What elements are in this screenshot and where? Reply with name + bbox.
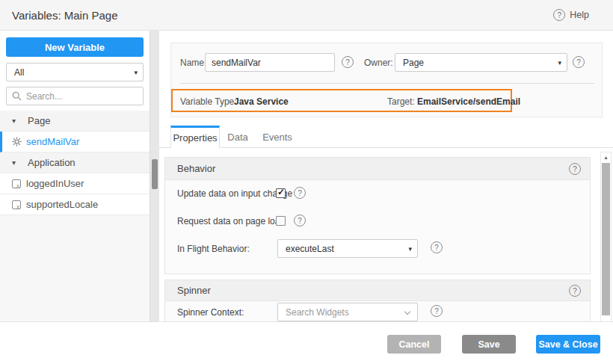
owner-help-icon[interactable] [573,56,585,68]
sidebar-empty-area [0,215,150,321]
chevron-down-icon [404,309,410,315]
variable-icon [10,200,22,209]
update-data-help-icon[interactable] [294,187,306,199]
spinner-help-icon[interactable] [569,285,581,297]
tree-item-loggedinuser[interactable]: loggedInUser [0,173,150,194]
in-flight-behavior-help-icon[interactable] [431,241,443,253]
variable-tree: Page sendMailVar [0,111,150,215]
spinner-context-help-icon[interactable] [431,305,443,317]
variable-type-value: Java Service [234,96,289,107]
request-data-checkbox[interactable] [276,216,286,226]
update-data-checkbox[interactable] [276,188,286,198]
search-icon [12,91,22,101]
tab-data[interactable]: Data [220,126,256,148]
tab-properties[interactable]: Properties [170,126,220,148]
tab-events[interactable]: Events [256,126,299,148]
behavior-help-icon[interactable] [569,163,581,175]
help-button[interactable]: Help [553,9,589,21]
in-flight-behavior-value: executeLast [286,244,334,254]
tree-group-label: Page [28,115,50,126]
cancel-button[interactable]: Cancel [387,335,441,354]
spinner-context-select[interactable]: Search Widgets [277,303,418,321]
sidebar: New Variable All Page [0,31,150,321]
scrollbar-thumb[interactable] [152,159,158,189]
caret-down-icon [408,245,412,253]
tree-group-label: Application [28,157,76,168]
spinner-section: Spinner Spinner Context: Search Widgets [164,280,591,321]
spinner-title: Spinner [177,285,211,296]
caret-down-icon [12,158,24,167]
target-value: EmailService/sendEmail [417,96,520,107]
behavior-section: Behavior Update data on input change Req… [164,157,591,274]
tree-item-supportedlocale[interactable]: supportedLocale [0,194,150,215]
service-variable-gear-icon [10,137,22,146]
save-button[interactable]: Save [462,335,516,354]
content-scrollbar[interactable] [600,152,612,321]
caret-down-icon [134,69,138,76]
target-label: Target: [387,96,415,107]
tree-group-application[interactable]: Application [0,152,150,173]
tree-item-label: supportedLocale [26,199,98,210]
search-input[interactable] [6,87,144,105]
scrollbar-thumb[interactable] [602,163,610,315]
caret-down-icon [558,59,561,67]
tree-item-label: loggedInUser [26,178,84,189]
scroll-up-icon[interactable] [601,154,611,161]
divider [180,83,594,84]
titlebar: Variables: Main Page Help [0,0,613,31]
name-help-icon[interactable] [342,56,354,68]
name-input[interactable] [205,53,335,72]
variable-type-highlight-box: Variable Type: Java Service Target: Emai… [171,89,512,112]
behavior-section-header: Behavior [165,158,590,180]
owner-label: Owner:* [364,58,398,68]
variable-icon [10,179,22,188]
tree-group-page[interactable]: Page [0,111,150,132]
save-and-close-button[interactable]: Save & Close [536,335,600,354]
spinner-section-header: Spinner [165,280,590,301]
request-data-label: Request data on page load [177,216,285,226]
in-flight-behavior-label: In Flight Behavior: [177,244,250,254]
variable-filter-select[interactable]: All [6,63,144,81]
sidebar-scrollbar[interactable] [150,31,159,321]
search-box [6,87,144,105]
tabbar: Properties Data Events [170,126,299,148]
tree-item-sendmailvar[interactable]: sendMailVar [0,132,150,152]
request-data-help-icon[interactable] [294,215,306,226]
help-icon [553,9,565,21]
in-flight-behavior-select[interactable]: executeLast [277,239,418,258]
page-title: Variables: Main Page [12,9,117,22]
variable-type-label: Variable Type: [180,96,237,107]
spinner-context-label: Spinner Context: [177,307,244,318]
tree-item-label: sendMailVar [26,136,79,147]
variable-filter-value: All [14,67,24,78]
footer-bar: Cancel Save Save & Close [0,321,613,364]
behavior-title: Behavior [177,163,215,174]
owner-value: Page [403,58,424,68]
variable-summary-panel: Name:* Owner:* Page Variable Type: Java … [170,43,603,117]
owner-select[interactable]: Page [395,53,567,72]
caret-down-icon [12,117,24,125]
update-data-label: Update data on input change [177,188,292,199]
help-label: Help [570,10,589,20]
spinner-context-placeholder: Search Widgets [286,307,349,318]
new-variable-button[interactable]: New Variable [6,37,144,57]
variables-dialog: Variables: Main Page Help New Variable A… [0,0,613,364]
main-panel: Name:* Owner:* Page Variable Type: Java … [159,31,613,321]
